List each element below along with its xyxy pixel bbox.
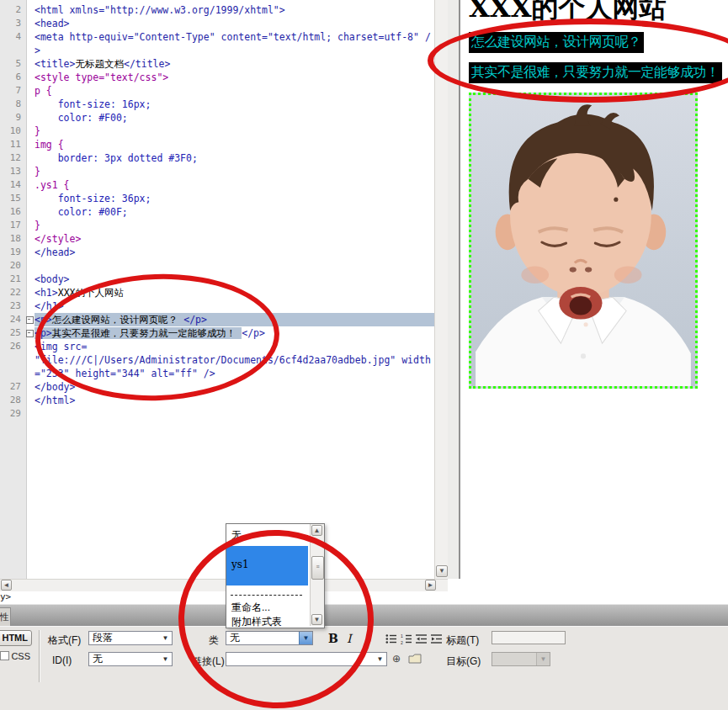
code-text[interactable]: </style> <box>35 232 434 246</box>
id-select[interactable]: 无 ▼ <box>88 652 173 666</box>
code-line[interactable]: 2<html xmlns="http://www.w3.org/1999/xht… <box>0 3 434 17</box>
italic-button[interactable]: I <box>347 632 352 645</box>
html-mode-button[interactable]: HTML <box>0 630 32 646</box>
browse-folder-icon[interactable] <box>408 654 422 664</box>
fold-marker-icon[interactable] <box>26 330 34 337</box>
code-text[interactable]: </h1> <box>35 299 434 313</box>
pane-splitter[interactable] <box>448 0 460 579</box>
popup-item-attach-stylesheet[interactable]: 附加样式表 <box>226 615 308 628</box>
css-mode-button[interactable]: CSS <box>0 649 30 663</box>
code-text[interactable]: <img src= <box>35 340 434 353</box>
code-text[interactable]: img { <box>35 138 434 151</box>
link-input[interactable]: ▼ <box>226 652 387 666</box>
point-to-file-icon[interactable]: ⊕ <box>392 653 401 665</box>
code-text[interactable]: } <box>35 219 434 232</box>
properties-panel-header[interactable]: 性 <box>0 604 728 627</box>
popup-scrollbar[interactable]: ▲ ≡ ▼ <box>310 524 324 626</box>
popup-scroll-thumb[interactable]: ≡ <box>311 556 324 580</box>
code-line[interactable]: 26<img src= <box>0 340 434 353</box>
code-text[interactable]: font-size: 16px; <box>35 98 434 111</box>
design-paragraph-2[interactable]: 其实不是很难，只要努力就一定能够成功！ <box>469 62 722 83</box>
code-line[interactable]: 11img { <box>0 138 434 151</box>
scroll-down-icon[interactable]: ▼ <box>436 565 448 577</box>
design-heading[interactable]: XXX的个人网站 <box>469 0 666 27</box>
indent-icon[interactable] <box>431 633 443 644</box>
code-line[interactable]: 6<style type="text/css"> <box>0 71 434 84</box>
code-text[interactable]: } <box>35 125 434 138</box>
code-text[interactable]: > <box>35 44 434 57</box>
code-text[interactable]: color: #F00; <box>35 111 434 125</box>
code-line[interactable]: 22<h1>XXX的个人网站 <box>0 286 434 299</box>
code-text[interactable] <box>35 259 434 273</box>
code-lines[interactable]: 2<html xmlns="http://www.w3.org/1999/xht… <box>0 3 434 421</box>
code-line[interactable]: 19</head> <box>0 246 434 259</box>
code-text[interactable]: border: 3px dotted #3F0; <box>35 151 434 165</box>
code-text[interactable]: <head> <box>35 17 434 30</box>
ordered-list-icon[interactable]: 12 <box>401 633 412 644</box>
code-text[interactable]: <p>怎么建设网站，设计网页呢？ </p> <box>35 313 434 326</box>
code-vertical-scrollbar[interactable]: ▼ <box>434 0 449 579</box>
popup-item-rename[interactable]: 重命名... <box>226 601 308 615</box>
code-line[interactable]: 17} <box>0 219 434 232</box>
code-line[interactable]: 21<body> <box>0 273 434 286</box>
format-dropdown-icon[interactable]: ▼ <box>159 632 172 644</box>
code-horizontal-scrollbar[interactable]: ◄ ► <box>0 579 448 592</box>
code-line[interactable]: 8 font-size: 16px; <box>0 98 434 111</box>
code-line[interactable]: 28</html> <box>0 394 434 407</box>
code-line[interactable]: 4<meta http-equiv="Content-Type" content… <box>0 30 434 44</box>
code-line[interactable]: 16 color: #00F; <box>0 205 434 219</box>
fold-marker-icon[interactable] <box>26 316 34 324</box>
code-text[interactable]: "file:///C|/Users/Administrator/Document… <box>35 353 434 367</box>
popup-scroll-down-icon[interactable]: ▼ <box>311 614 322 625</box>
code-line[interactable]: > <box>0 44 434 57</box>
code-line[interactable]: 9 color: #F00; <box>0 111 434 125</box>
code-line[interactable]: 25<p>其实不是很难，只要努力就一定能够成功！ </p> <box>0 326 434 340</box>
code-line[interactable]: 20 <box>0 259 434 273</box>
code-text[interactable]: font-size: 36px; <box>35 192 434 205</box>
format-select[interactable]: 段落 ▼ <box>88 631 173 645</box>
bold-button[interactable]: B <box>328 632 338 645</box>
code-text[interactable]: <meta http-equiv="Content-Type" content=… <box>35 30 434 44</box>
id-dropdown-icon[interactable]: ▼ <box>159 653 172 665</box>
code-line[interactable]: 15 font-size: 36px; <box>0 192 434 205</box>
code-text[interactable]: <html xmlns="http://www.w3.org/1999/xhtm… <box>35 3 434 17</box>
code-text[interactable]: p { <box>35 84 434 98</box>
link-dropdown-icon[interactable]: ▼ <box>374 653 386 665</box>
scroll-left-icon[interactable]: ◄ <box>1 580 12 591</box>
code-line[interactable]: 27</body> <box>0 380 434 394</box>
title-input[interactable] <box>492 631 566 644</box>
popup-item-none[interactable]: 无 <box>226 528 308 543</box>
unordered-list-icon[interactable] <box>385 633 397 644</box>
baby-photo-image[interactable] <box>469 93 698 389</box>
code-text[interactable]: <h1>XXX的个人网站 <box>35 286 434 299</box>
popup-item-ys1[interactable]: ys1 <box>226 546 308 585</box>
scroll-right-icon[interactable]: ► <box>425 580 436 591</box>
design-view-pane[interactable]: XXX的个人网站 怎么建设网站，设计网页呢？ 其实不是很难，只要努力就一定能够成… <box>460 0 728 579</box>
code-text[interactable]: </body> <box>35 380 434 394</box>
code-line[interactable]: 10} <box>0 125 434 138</box>
code-view-pane[interactable]: 2<html xmlns="http://www.w3.org/1999/xht… <box>0 0 434 579</box>
code-text[interactable]: ="253" height="344" alt="ff" /> <box>35 367 434 380</box>
code-line[interactable]: 12 border: 3px dotted #3F0; <box>0 151 434 165</box>
tag-selector-bar[interactable]: y> <box>0 591 728 603</box>
code-text[interactable]: </head> <box>35 246 434 259</box>
code-text[interactable] <box>35 407 434 421</box>
class-select[interactable]: 无 ▼ <box>226 631 313 645</box>
code-text[interactable]: </html> <box>35 394 434 407</box>
code-line[interactable]: 24<p>怎么建设网站，设计网页呢？ </p> <box>0 313 434 326</box>
code-line[interactable]: ="253" height="344" alt="ff" /> <box>0 367 434 380</box>
code-line[interactable]: 23</h1> <box>0 299 434 313</box>
code-line[interactable]: 13} <box>0 165 434 178</box>
code-line[interactable]: 14.ys1 { <box>0 178 434 192</box>
design-paragraph-1[interactable]: 怎么建设网站，设计网页呢？ <box>469 32 644 53</box>
outdent-icon[interactable] <box>416 633 428 644</box>
code-line[interactable]: 18</style> <box>0 232 434 246</box>
code-line[interactable]: 29 <box>0 407 434 421</box>
code-line[interactable]: 3<head> <box>0 17 434 30</box>
code-text[interactable]: .ys1 { <box>35 178 434 192</box>
tag-selector-text[interactable]: y> <box>0 591 11 602</box>
code-text[interactable]: color: #00F; <box>35 205 434 219</box>
code-line[interactable]: 7p { <box>0 84 434 98</box>
properties-panel-tab[interactable]: 性 <box>0 607 11 628</box>
code-text[interactable]: <p>其实不是很难，只要努力就一定能够成功！ </p> <box>35 326 434 340</box>
